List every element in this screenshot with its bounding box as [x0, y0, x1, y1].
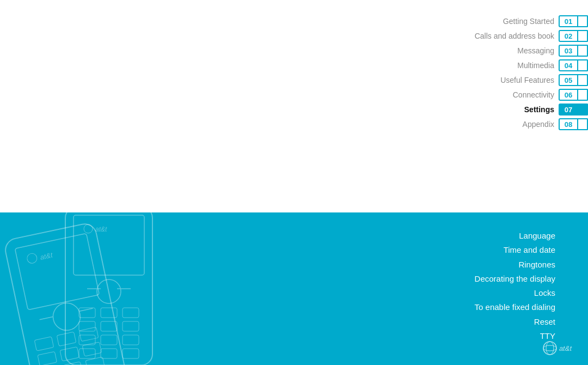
nav-item-05[interactable]: Useful Features05: [316, 74, 588, 86]
svg-text:at&t: at&t: [39, 251, 54, 261]
svg-rect-24: [79, 327, 98, 341]
nav-badge-04: 04: [559, 59, 578, 71]
nav-item-04[interactable]: Multimedia04: [316, 59, 588, 71]
nav-item-07[interactable]: Settings07: [316, 104, 588, 115]
blue-section: at&t at&t at&t LanguageTime and da: [0, 212, 588, 365]
svg-rect-29: [63, 362, 82, 365]
svg-rect-27: [82, 342, 101, 356]
nav-label-08: Appendix: [523, 120, 559, 129]
svg-line-34: [40, 317, 53, 320]
svg-point-40: [546, 342, 554, 355]
nav-tab-05: [578, 74, 588, 86]
nav-tab-02: [578, 30, 588, 42]
nav-tab-06: [578, 89, 588, 101]
nav-label-01: Getting Started: [503, 17, 559, 26]
nav-label-06: Connectivity: [513, 90, 559, 99]
blue-menu-item: Reset: [475, 315, 555, 329]
nav-badge-07: 07: [559, 104, 578, 115]
blue-menu-item: To enable fixed dialing: [475, 300, 555, 314]
svg-rect-23: [57, 332, 76, 346]
svg-rect-25: [38, 351, 57, 365]
nav-badge-02: 02: [559, 30, 578, 42]
blue-menu-item: Time and date: [475, 243, 555, 257]
blue-menu-item: Decorating the display: [475, 272, 555, 286]
nav-badge-01: 01: [559, 15, 578, 27]
nav-tab-03: [578, 45, 588, 57]
nav-item-03[interactable]: Messaging03: [316, 45, 588, 57]
nav-tab-04: [578, 59, 588, 71]
nav-tab-07: [578, 104, 588, 115]
svg-rect-20: [15, 233, 99, 309]
nav-item-08[interactable]: Appendix08: [316, 118, 588, 130]
nav-tab-08: [578, 118, 588, 130]
svg-rect-22: [34, 337, 53, 351]
nav-badge-03: 03: [559, 45, 578, 57]
blue-menu-item: Language: [475, 229, 555, 243]
svg-point-21: [51, 301, 83, 333]
nav-label-03: Messaging: [517, 46, 559, 55]
nav-label-04: Multimedia: [517, 61, 559, 70]
nav-label-07: Settings: [524, 105, 559, 114]
svg-line-35: [79, 308, 93, 311]
blue-menu: LanguageTime and dateRingtonesDecorating…: [475, 229, 555, 343]
navigation-section: Getting Started01Calls and address book0…: [316, 0, 588, 133]
phone-illustration-left: at&t: [0, 212, 271, 365]
svg-rect-19: [3, 222, 129, 365]
svg-rect-26: [60, 347, 79, 361]
nav-label-05: Useful Features: [500, 76, 559, 84]
blue-menu-item: Ringtones: [475, 258, 555, 272]
svg-point-39: [543, 345, 556, 351]
nav-label-02: Calls and address book: [475, 32, 559, 40]
svg-point-38: [543, 342, 556, 355]
blue-menu-item: Locks: [475, 286, 555, 300]
blue-menu-item: TTY: [475, 329, 555, 343]
nav-item-06[interactable]: Connectivity06: [316, 89, 588, 101]
nav-item-01[interactable]: Getting Started01: [316, 15, 588, 27]
svg-rect-30: [85, 357, 105, 365]
nav-badge-06: 06: [559, 89, 578, 101]
nav-badge-08: 08: [559, 118, 578, 130]
nav-badge-05: 05: [559, 74, 578, 86]
nav-item-02[interactable]: Calls and address book02: [316, 30, 588, 42]
nav-tab-01: [578, 15, 588, 27]
svg-point-37: [26, 253, 38, 264]
